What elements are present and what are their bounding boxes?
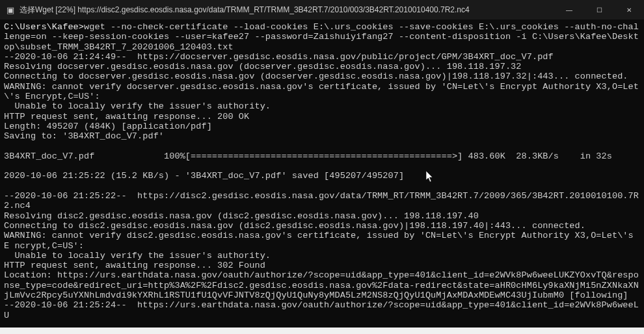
- output-line: WARNING: cannot verify disc2.gesdisc.eos…: [4, 231, 639, 250]
- output-line: WARNING: cannot verify docserver.gesdisc…: [4, 82, 639, 101]
- output-line: Resolving disc2.gesdisc.eosdis.nasa.gov …: [4, 211, 479, 221]
- close-button[interactable]: ✕: [614, 0, 644, 19]
- terminal-window: ▣ 选择Wget [22%] https://disc2.gesdisc.eos…: [0, 0, 644, 328]
- output-line: Saving to: '3B4XRT_doc_V7.pdf': [4, 131, 164, 141]
- minimize-button[interactable]: —: [554, 0, 584, 19]
- output-line: HTTP request sent, awaiting response... …: [4, 112, 249, 122]
- output-line: Connecting to disc2.gesdisc.eosdis.nasa.…: [4, 221, 585, 231]
- output-line: --2020-10-06 21:25:24-- https://urs.eart…: [4, 300, 639, 320]
- output-line: 2020-10-06 21:25:22 (15.2 KB/s) - '3B4XR…: [4, 171, 404, 181]
- output-line: --2020-10-06 21:24:49-- https://docserve…: [4, 52, 554, 62]
- progress-line: 3B4XRT_doc_V7.pdf 100%[=================…: [4, 151, 612, 161]
- output-line: Resolving docserver.gesdisc.eosdis.nasa.…: [4, 62, 522, 71]
- output-line: Unable to locally verify the issuer's au…: [4, 251, 271, 261]
- output-line: Length: 495207 (484K) [application/pdf]: [4, 122, 212, 131]
- prompt: C:\Users\Kafee>: [4, 22, 84, 32]
- maximize-button[interactable]: ☐: [584, 0, 614, 19]
- output-line: --2020-10-06 21:25:22-- https://disc2.ge…: [4, 191, 639, 211]
- window-controls: — ☐ ✕: [554, 0, 644, 19]
- app-icon: ▣: [5, 5, 16, 15]
- window-title: 选择Wget [22%] https://disc2.gesdisc.eosdi…: [20, 5, 470, 16]
- output-line: Location: https://urs.earthdata.nasa.gov…: [4, 270, 639, 300]
- terminal-output[interactable]: C:\Users\Kafee>wget --no-check-certifica…: [0, 19, 644, 328]
- command-text: wget --no-check-certificate --load-cooki…: [4, 22, 639, 52]
- title-bar[interactable]: ▣ 选择Wget [22%] https://disc2.gesdisc.eos…: [0, 0, 644, 19]
- title-bar-left: ▣ 选择Wget [22%] https://disc2.gesdisc.eos…: [5, 5, 470, 16]
- output-line: Connecting to docserver.gesdisc.eosdis.n…: [4, 71, 628, 81]
- output-line: Unable to locally verify the issuer's au…: [4, 101, 271, 111]
- output-line: HTTP request sent, awaiting response... …: [4, 261, 265, 270]
